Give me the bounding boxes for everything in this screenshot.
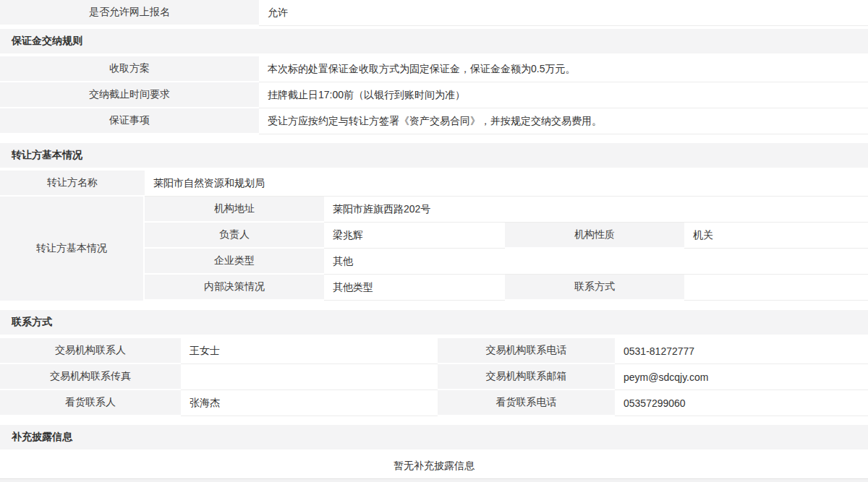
collect-plan-value: 本次标的处置保证金收取方式为固定保证金，保证金金额为0.5万元。: [259, 56, 868, 82]
transferor-detail-group-label: 转让方基本情况: [0, 197, 145, 301]
internal-decision-value: 其他类型: [324, 275, 505, 301]
contact-method-label: 联系方式: [505, 275, 684, 301]
section-header-supplement: 补充披露信息: [0, 425, 868, 449]
org-address-label: 机构地址: [145, 197, 324, 223]
internal-decision-label: 内部决策情况: [145, 275, 324, 301]
guarantee-items-value: 受让方应按约定与转让方签署《资产交易合同》，并按规定交纳交易费用。: [259, 108, 868, 134]
deadline-value: 挂牌截止日17:00前（以银行到账时间为准）: [259, 82, 868, 108]
inspection-contact-value: 张海杰: [181, 390, 438, 416]
agency-contact-value: 王女士: [181, 338, 438, 364]
section-header-deposit-rules: 保证金交纳规则: [0, 29, 868, 53]
agency-fax-label: 交易机构联系传真: [0, 364, 181, 390]
table-row: 收取方案 本次标的处置保证金收取方式为固定保证金，保证金金额为0.5万元。: [0, 56, 868, 82]
agency-phone-label: 交易机构联系电话: [438, 338, 615, 364]
section-header-contact: 联系方式: [0, 310, 868, 335]
collect-plan-label: 收取方案: [0, 56, 259, 82]
inspection-contact-label: 看货联系人: [0, 390, 181, 416]
org-address-value: 莱阳市旌旗西路202号: [324, 197, 868, 223]
enterprise-type-value: 其他: [324, 249, 868, 275]
inspection-phone-value: 05357299060: [615, 390, 868, 416]
table-row: 机构地址 莱阳市旌旗西路202号: [145, 197, 868, 223]
transferor-name-label: 转让方名称: [0, 171, 145, 197]
org-nature-value: 机关: [684, 223, 868, 249]
table-row: 企业类型 其他: [145, 249, 868, 275]
org-nature-label: 机构性质: [505, 223, 684, 249]
table-row: 看货联系人 张海杰 看货联系电话 05357299060: [0, 390, 868, 416]
guarantee-items-label: 保证事项: [0, 108, 259, 134]
table-row: 保证事项 受让方应按约定与转让方签署《资产交易合同》，并按规定交纳交易费用。: [0, 108, 868, 134]
table-row: 交易机构联系传真 交易机构联系邮箱 peym@sdcqjy.com: [0, 364, 868, 390]
bottom-divider: [0, 478, 868, 482]
person-in-charge-label: 负责人: [145, 223, 324, 249]
transferor-detail-block: 转让方基本情况 机构地址 莱阳市旌旗西路202号 负责人 梁兆辉 机构性质 机关…: [0, 197, 868, 301]
deadline-label: 交纳截止时间要求: [0, 82, 259, 108]
agency-contact-label: 交易机构联系人: [0, 338, 181, 364]
section-header-transferor-info: 转让方基本情况: [0, 143, 868, 168]
online-signup-row: 是否允许网上报名 允许: [0, 0, 868, 26]
table-row: 负责人 梁兆辉 机构性质 机关: [145, 223, 868, 249]
transferor-detail-rows: 机构地址 莱阳市旌旗西路202号 负责人 梁兆辉 机构性质 机关 企业类型 其他…: [145, 197, 868, 301]
agency-email-value: peym@sdcqjy.com: [615, 364, 868, 390]
table-row: 交纳截止时间要求 挂牌截止日17:00前（以银行到账时间为准）: [0, 82, 868, 108]
enterprise-type-label: 企业类型: [145, 249, 324, 275]
contact-method-value: [684, 275, 868, 301]
agency-email-label: 交易机构联系邮箱: [438, 364, 615, 390]
table-row: 交易机构联系人 王女士 交易机构联系电话 0531-81272777: [0, 338, 868, 364]
inspection-phone-label: 看货联系电话: [438, 390, 615, 416]
agency-phone-value: 0531-81272777: [615, 338, 868, 364]
contact-table: 交易机构联系人 王女士 交易机构联系电话 0531-81272777 交易机构联…: [0, 338, 868, 416]
table-row: 内部决策情况 其他类型 联系方式: [145, 275, 868, 301]
online-signup-value: 允许: [259, 0, 868, 26]
no-supplement-text: 暂无补充披露信息: [0, 453, 868, 478]
online-signup-label: 是否允许网上报名: [0, 0, 259, 26]
person-in-charge-value: 梁兆辉: [324, 223, 505, 249]
transferor-name-value: 莱阳市自然资源和规划局: [145, 171, 868, 197]
deposit-rules-table: 收取方案 本次标的处置保证金收取方式为固定保证金，保证金金额为0.5万元。 交纳…: [0, 56, 868, 134]
agency-fax-value: [181, 364, 438, 390]
transferor-name-row: 转让方名称 莱阳市自然资源和规划局: [0, 171, 868, 197]
